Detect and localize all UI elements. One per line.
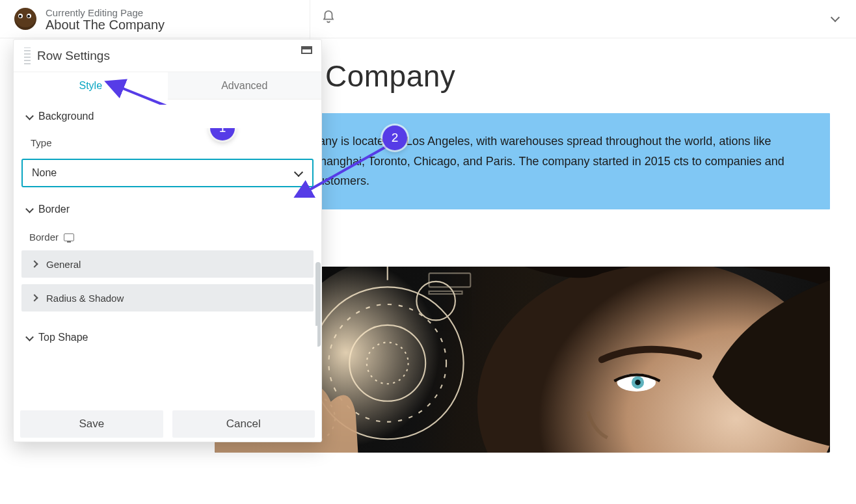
border-radius-row[interactable]: Radius & Shadow [21,284,314,312]
chevron-down-icon [27,334,33,341]
panel-title: Row Settings [37,49,110,63]
section-border-label: Border [38,204,70,215]
section-border-wrap: Border [14,198,321,221]
bell-icon [321,15,336,26]
section-top-shape-wrap: Top Shape [14,326,321,349]
chevron-right-icon [31,294,38,301]
drag-handle-icon[interactable] [24,47,31,64]
tab-advanced[interactable]: Advanced [168,72,322,99]
background-type-value: None [32,167,57,179]
app-logo-icon [14,8,36,30]
border-field-label: Border [29,232,59,243]
panel-body: Background Type None Border Border Gener… [14,99,321,406]
border-general-row[interactable]: General [21,250,314,278]
chevron-down-icon [27,113,33,120]
border-radius-label: Radius & Shadow [46,293,124,304]
chevron-down-icon [830,12,842,23]
editing-subtitle: Currently Editing Page [46,8,165,18]
responsive-icon[interactable] [64,233,74,241]
page-heading: Company [325,59,830,94]
cancel-button[interactable]: Cancel [172,410,315,438]
topbar: Currently Editing Page About The Company [0,0,856,38]
chevron-right-icon [31,260,38,267]
page-dropdown-caret[interactable] [830,12,842,26]
svg-point-3 [635,380,641,386]
section-border[interactable]: Border [18,198,317,221]
border-general-label: General [46,259,81,270]
notifications-button[interactable] [321,10,336,27]
background-type-label: Type [14,128,321,151]
row-settings-panel: Row Settings Style Advanced Background T… [13,39,322,442]
app-logo-wrap: Currently Editing Page About The Company [14,5,165,33]
background-type-select[interactable]: None [21,159,314,187]
section-top-shape[interactable]: Top Shape [18,326,317,349]
page-title-block[interactable]: Currently Editing Page About The Company [46,5,165,33]
tab-style[interactable]: Style [14,72,168,99]
section-top-shape-label: Top Shape [38,332,88,343]
panel-window-icon[interactable] [301,46,312,54]
section-background[interactable]: Background [18,105,317,128]
section-background-label: Background [38,111,94,122]
chevron-down-icon [295,169,303,177]
section-background-wrap: Background [14,105,321,128]
chevron-down-icon [27,206,33,213]
save-button[interactable]: Save [20,410,163,438]
row-text: pany is located in Los Angeles, with war… [312,135,784,187]
border-field-row: Border [14,221,321,244]
panel-footer: Save Cancel [14,406,321,442]
editing-title: About The Company [46,18,165,33]
panel-tabs: Style Advanced [14,72,321,99]
panel-header[interactable]: Row Settings [14,40,321,72]
